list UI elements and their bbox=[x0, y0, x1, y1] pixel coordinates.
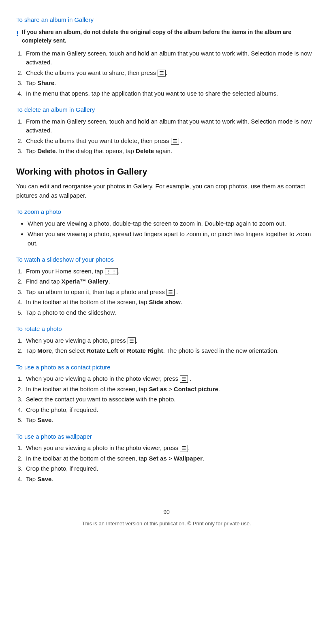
step-item: Tap Save. bbox=[24, 475, 317, 484]
slideshow-steps: From your Home screen, tap ⋮⋮. Find and … bbox=[21, 267, 317, 318]
slideshow-heading: To watch a slideshow of your photos bbox=[16, 255, 317, 264]
working-photos-body: You can edit and reorganise your photos … bbox=[16, 181, 317, 200]
step-item: Tap Save. bbox=[24, 416, 317, 425]
step-item: Find and tap Xperia™ Gallery. bbox=[24, 277, 317, 286]
step-item: Tap an album to open it, then tap a phot… bbox=[24, 288, 317, 297]
contact-picture-section: To use a photo as a contact picture When… bbox=[16, 363, 317, 425]
step-item: From your Home screen, tap ⋮⋮. bbox=[24, 267, 317, 276]
share-album-section: To share an album in Gallery ! If you sh… bbox=[16, 15, 317, 98]
warning-box: ! If you share an album, do not delete t… bbox=[16, 28, 317, 45]
share-album-heading: To share an album in Gallery bbox=[16, 15, 317, 25]
wallpaper-section: To use a photo as wallpaper When you are… bbox=[16, 432, 317, 484]
step-item: When you are viewing a photo, press ☰. bbox=[24, 336, 317, 345]
rotate-photo-heading: To rotate a photo bbox=[16, 324, 317, 334]
step-item: Tap a photo to end the slideshow. bbox=[24, 308, 317, 318]
step-item: In the toolbar at the bottom of the scre… bbox=[24, 385, 317, 394]
page-number: 90 bbox=[16, 508, 317, 516]
menu-icon: ☰ bbox=[158, 70, 166, 77]
step-item: When you are viewing a photo in the phot… bbox=[24, 374, 317, 384]
warning-icon: ! bbox=[16, 28, 19, 39]
step-item: Check the albums you want to share, then… bbox=[24, 68, 317, 78]
main-section-heading: Working with photos in Gallery bbox=[16, 165, 317, 178]
contact-picture-steps: When you are viewing a photo in the phot… bbox=[21, 374, 317, 425]
share-album-steps: From the main Gallery screen, touch and … bbox=[21, 49, 317, 98]
step-item: In the menu that opens, tap the applicat… bbox=[24, 89, 317, 98]
warning-text: If you share an album, do not delete the… bbox=[22, 28, 317, 45]
step-item: Tap More, then select Rotate Left or Rot… bbox=[24, 346, 317, 356]
grid-icon: ⋮⋮ bbox=[105, 268, 118, 275]
step-item: In the toolbar at the bottom of the scre… bbox=[24, 454, 317, 463]
delete-album-steps: From the main Gallery screen, touch and … bbox=[21, 117, 317, 156]
footer-note: This is an Internet version of this publ… bbox=[16, 520, 317, 528]
step-item: Tap Delete. In the dialog that opens, ta… bbox=[24, 147, 317, 156]
step-item: In the toolbar at the bottom of the scre… bbox=[24, 298, 317, 307]
delete-album-section: To delete an album in Gallery From the m… bbox=[16, 105, 317, 156]
bullet-item: When you are viewing a photo, spread two… bbox=[28, 230, 317, 248]
step-item: Crop the photo, if required. bbox=[24, 464, 317, 473]
menu-icon: ☰ bbox=[171, 138, 179, 145]
step-item: From the main Gallery screen, touch and … bbox=[24, 117, 317, 135]
contact-picture-heading: To use a photo as a contact picture bbox=[16, 363, 317, 372]
step-item: Crop the photo, if required. bbox=[24, 405, 317, 415]
step-item: When you are viewing a photo in the phot… bbox=[24, 444, 317, 453]
bullet-item: When you are viewing a photo, double-tap… bbox=[28, 219, 317, 228]
step-item: Tap Share. bbox=[24, 79, 317, 88]
menu-icon: ☰ bbox=[180, 445, 188, 452]
slideshow-section: To watch a slideshow of your photos From… bbox=[16, 255, 317, 317]
zoom-photo-heading: To zoom a photo bbox=[16, 207, 317, 217]
step-item: Check the albums that you want to delete… bbox=[24, 136, 317, 146]
menu-icon: ☰ bbox=[166, 289, 175, 296]
zoom-photo-bullets: When you are viewing a photo, double-tap… bbox=[24, 219, 317, 248]
menu-icon: ☰ bbox=[180, 375, 188, 383]
step-item: From the main Gallery screen, touch and … bbox=[24, 49, 317, 67]
rotate-photo-steps: When you are viewing a photo, press ☰. T… bbox=[21, 336, 317, 356]
rotate-photo-section: To rotate a photo When you are viewing a… bbox=[16, 324, 317, 356]
page-footer: 90 This is an Internet version of this p… bbox=[16, 508, 317, 528]
menu-icon: ☰ bbox=[128, 337, 136, 345]
zoom-photo-section: To zoom a photo When you are viewing a p… bbox=[16, 207, 317, 248]
working-photos-section: Working with photos in Gallery You can e… bbox=[16, 165, 317, 200]
wallpaper-steps: When you are viewing a photo in the phot… bbox=[21, 444, 317, 484]
wallpaper-heading: To use a photo as wallpaper bbox=[16, 432, 317, 441]
step-item: Select the contact you want to associate… bbox=[24, 395, 317, 404]
delete-album-heading: To delete an album in Gallery bbox=[16, 105, 317, 115]
